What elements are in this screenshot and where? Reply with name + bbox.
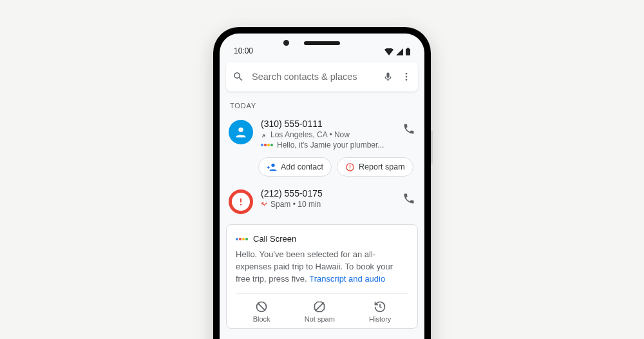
svg-rect-0 [406, 49, 410, 56]
transcript-link[interactable]: Transcript and audio [309, 274, 385, 284]
search-bar[interactable] [226, 62, 418, 92]
call-number: (212) 555-0175 [261, 188, 395, 199]
svg-point-3 [406, 76, 408, 78]
phone-speaker [304, 41, 340, 45]
add-contact-chip[interactable]: Add contact [258, 157, 332, 177]
svg-point-2 [406, 73, 408, 75]
missed-icon [261, 201, 268, 208]
call-meta: Los Angeles, CA • Now [261, 130, 395, 139]
card-body: Hello. You've been selected for an all-e… [236, 249, 408, 286]
wifi-icon [384, 48, 393, 55]
not-spam-action[interactable]: Not spam [305, 300, 335, 323]
phone-icon [402, 122, 415, 135]
status-time: 10:00 [234, 46, 253, 55]
callback-button[interactable] [402, 122, 415, 135]
person-icon [234, 125, 248, 139]
svg-rect-8 [350, 165, 350, 168]
phone-side-button [431, 130, 433, 164]
block-action[interactable]: Block [253, 300, 270, 323]
callback-button[interactable] [402, 192, 415, 205]
assistant-icon [261, 144, 273, 146]
phone-icon [402, 192, 415, 205]
svg-point-4 [406, 79, 408, 81]
svg-line-13 [258, 303, 265, 310]
call-row[interactable]: (212) 555-0175 Spam • 10 min [226, 186, 418, 218]
phone-frame: 10:00 TODAY (310) 555-0111 [213, 27, 431, 339]
call-screen-card: Call Screen Hello. You've been selected … [226, 224, 418, 329]
call-number: (310) 555-0111 [261, 119, 395, 129]
report-spam-chip[interactable]: Report spam [337, 157, 413, 177]
battery-icon [406, 48, 410, 55]
search-input[interactable] [252, 72, 375, 82]
overflow-icon[interactable] [401, 72, 412, 82]
svg-rect-1 [407, 48, 409, 49]
svg-line-14 [316, 302, 324, 311]
avatar-spam [229, 189, 253, 214]
incoming-icon [261, 131, 268, 139]
svg-rect-10 [240, 199, 242, 203]
signal-icon [396, 48, 403, 55]
svg-point-11 [240, 204, 242, 205]
spam-icon [345, 162, 355, 172]
svg-point-5 [238, 128, 243, 132]
alert-icon [236, 197, 246, 207]
svg-point-6 [271, 164, 274, 167]
search-icon [232, 71, 244, 82]
svg-point-9 [350, 168, 351, 170]
add-person-icon [267, 162, 277, 172]
screen: 10:00 TODAY (310) 555-0111 [220, 34, 424, 339]
history-action[interactable]: History [369, 300, 391, 323]
block-icon [255, 300, 268, 313]
call-meta: Spam • 10 min [261, 200, 395, 209]
status-bar: 10:00 [220, 34, 424, 58]
assistant-icon [236, 238, 248, 240]
history-icon [374, 300, 386, 313]
avatar [229, 120, 253, 144]
section-label: TODAY [226, 92, 418, 116]
assistant-preview: Hello, it's Jamie your plumber... [261, 140, 395, 150]
not-spam-icon [313, 300, 326, 313]
card-title: Call Screen [236, 234, 408, 244]
mic-icon[interactable] [383, 72, 393, 82]
call-row[interactable]: (310) 555-0111 Los Angeles, CA • Now Hel… [226, 116, 418, 153]
phone-camera [283, 40, 289, 46]
